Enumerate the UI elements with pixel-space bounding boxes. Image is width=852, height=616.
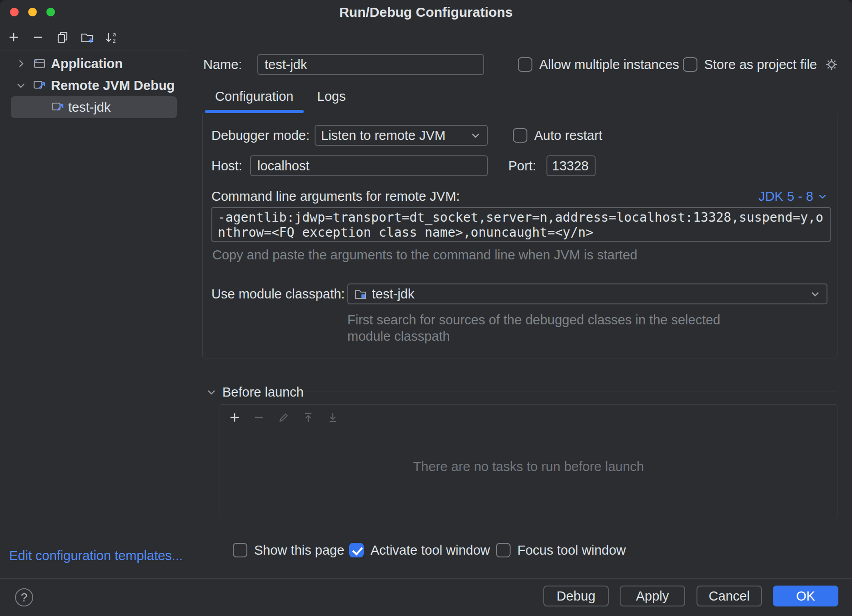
remove-task-button[interactable]	[250, 408, 268, 427]
checkbox-label: Store as project file	[704, 57, 817, 72]
select-value: Listen to remote JVM	[321, 128, 465, 143]
focus-tool-window-checkbox[interactable]: Focus tool window	[496, 540, 626, 561]
auto-restart-checkbox[interactable]: Auto restart	[513, 125, 602, 146]
gear-icon[interactable]	[824, 57, 839, 72]
checkbox-box	[496, 543, 511, 557]
plus-icon	[228, 411, 241, 424]
before-launch-header[interactable]: Before launch	[206, 382, 304, 402]
cmdline-arguments-value: -agentlib:jdwp=transport=dt_socket,serve…	[218, 210, 824, 240]
remote-jvm-debug-icon	[51, 100, 65, 114]
sort-configurations-button[interactable]: a z	[103, 28, 121, 46]
add-configuration-button[interactable]	[5, 28, 23, 46]
classpath-label-row: Use module classpath:	[211, 283, 345, 304]
module-classpath-select[interactable]: test-jdk	[347, 283, 827, 304]
before-launch-separator	[304, 392, 837, 392]
new-folder-button[interactable]	[78, 28, 96, 46]
host-input[interactable]	[250, 155, 488, 176]
debugger-mode-label: Debugger mode:	[211, 128, 310, 143]
jdk-version-selector[interactable]: JDK 5 - 8	[758, 186, 828, 207]
port-label-row: Port:	[508, 155, 536, 176]
edit-task-button[interactable]	[275, 408, 293, 427]
tree-item-remote-jvm-debug[interactable]: Remote JVM Debug	[0, 75, 187, 96]
allow-multiple-instances-checkbox[interactable]: Allow multiple instances	[518, 54, 679, 75]
host-label-row: Host:	[211, 155, 242, 176]
question-mark-icon: ?	[21, 591, 27, 605]
debugger-mode-label-row: Debugger mode:	[211, 125, 310, 146]
select-value: test-jdk	[372, 287, 805, 302]
copy-configuration-button[interactable]	[54, 28, 72, 46]
configuration-tab-panel: Debugger mode: Listen to remote JVM Auto…	[202, 112, 837, 358]
zoom-window-button[interactable]	[46, 8, 55, 16]
name-row: Name:	[203, 54, 242, 75]
name-input[interactable]	[257, 54, 484, 75]
store-as-project-file-checkbox[interactable]	[683, 57, 697, 72]
remote-jvm-debug-icon	[33, 79, 46, 92]
close-window-button[interactable]	[10, 8, 19, 16]
tab-bar: Configuration Logs	[203, 81, 357, 112]
chevron-down-icon	[15, 80, 26, 91]
checkbox-box	[349, 543, 364, 557]
cmdline-arguments-box[interactable]: -agentlib:jdwp=transport=dt_socket,serve…	[211, 207, 831, 242]
cancel-button[interactable]: Cancel	[697, 586, 762, 606]
checkbox-label: Focus tool window	[517, 543, 626, 558]
application-icon	[33, 57, 46, 70]
minus-icon	[31, 30, 45, 44]
svg-text:z: z	[113, 37, 116, 44]
debug-button[interactable]: Debug	[543, 586, 609, 606]
cmdline-hint: Copy and paste the arguments to the comm…	[212, 247, 637, 263]
use-module-classpath-label: Use module classpath:	[211, 287, 345, 302]
tab-label: Logs	[317, 89, 346, 104]
tree-item-test-jdk[interactable]: test-jdk	[11, 96, 177, 118]
move-task-up-button[interactable]	[299, 408, 317, 427]
new-folder-icon	[80, 30, 95, 45]
cmdline-arguments-label: Command line arguments for remote JVM:	[211, 189, 460, 204]
cmdline-label-row: Command line arguments for remote JVM:	[211, 186, 460, 207]
port-input[interactable]	[546, 155, 596, 176]
store-as-project-file-group: Store as project file	[683, 54, 839, 75]
checkbox-box	[513, 128, 527, 143]
chevron-down-icon	[809, 288, 821, 300]
host-label: Host:	[211, 159, 242, 174]
sidebar: a z Application Remote JVM Debug	[0, 24, 187, 578]
task-toolbar	[226, 408, 342, 427]
copy-icon	[56, 30, 70, 44]
remove-configuration-button[interactable]	[29, 28, 47, 46]
tab-configuration[interactable]: Configuration	[203, 81, 306, 112]
arrow-down-icon	[326, 411, 340, 424]
chevron-down-icon	[206, 387, 217, 397]
move-task-down-button[interactable]	[324, 408, 342, 427]
tree-item-label: Remote JVM Debug	[51, 78, 175, 93]
port-label: Port:	[508, 159, 536, 174]
help-button[interactable]: ?	[15, 588, 33, 606]
checkbox-label: Show this page	[254, 543, 344, 558]
checkbox-label: Auto restart	[534, 128, 602, 143]
checkbox-label: Allow multiple instances	[539, 57, 679, 72]
main-content: Name: Allow multiple instances Store as …	[188, 24, 852, 578]
ok-button[interactable]: OK	[773, 586, 838, 606]
tab-label: Configuration	[215, 89, 294, 104]
before-launch-task-panel: There are no tasks to run before launch	[220, 404, 837, 518]
name-label: Name:	[203, 57, 242, 72]
tree-item-application[interactable]: Application	[0, 53, 187, 75]
dialog-footer: ? Debug Apply Cancel OK	[0, 578, 852, 616]
checkbox-box	[233, 543, 247, 557]
arrow-up-icon	[301, 411, 315, 424]
jdk-version-label: JDK 5 - 8	[758, 189, 813, 204]
checkbox-label: Activate tool window	[371, 543, 490, 558]
minimize-window-button[interactable]	[28, 8, 37, 16]
activate-tool-window-checkbox[interactable]: Activate tool window	[349, 540, 490, 561]
svg-text:a: a	[113, 31, 116, 38]
tree-item-label: Application	[51, 56, 123, 71]
add-task-button[interactable]	[226, 408, 244, 427]
apply-button[interactable]: Apply	[620, 586, 685, 606]
tab-logs[interactable]: Logs	[306, 81, 358, 112]
before-launch-title: Before launch	[222, 385, 304, 400]
show-this-page-checkbox[interactable]: Show this page	[233, 540, 344, 561]
minus-icon	[252, 411, 266, 424]
edit-configuration-templates-link[interactable]: Edit configuration templates...	[9, 548, 183, 563]
pencil-icon	[277, 411, 291, 424]
debugger-mode-select[interactable]: Listen to remote JVM	[315, 125, 488, 146]
sort-az-icon: a z	[105, 30, 119, 45]
tree-item-label: test-jdk	[68, 100, 110, 115]
window-title: Run/Debug Configurations	[0, 0, 852, 24]
